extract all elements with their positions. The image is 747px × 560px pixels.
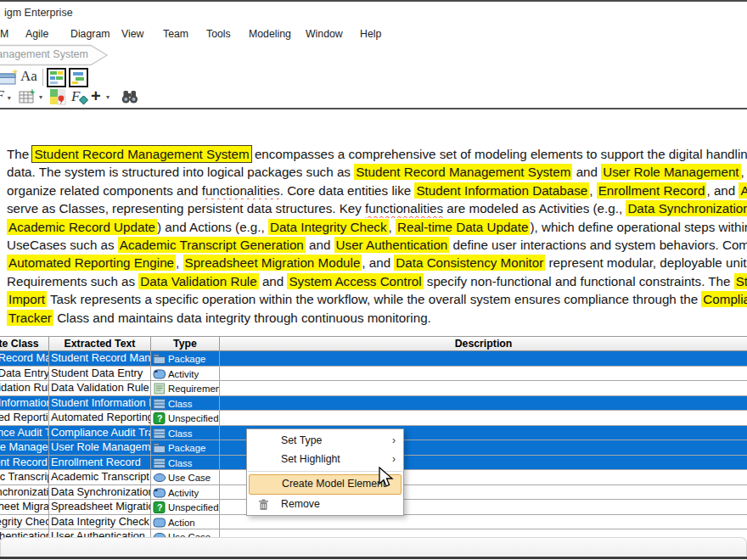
candidate-class-cell[interactable]: Student Record Management System bbox=[0, 351, 49, 366]
description-cell[interactable] bbox=[220, 515, 747, 529]
highlighted-term[interactable]: Data Integrity Check bbox=[268, 219, 389, 235]
type-cell[interactable]: Package bbox=[151, 351, 220, 366]
table-row[interactable]: Student Information DatabaseStudent Info… bbox=[0, 396, 747, 412]
menu-item-modeling[interactable]: Modeling bbox=[249, 28, 291, 40]
highlighted-term[interactable]: User Role Management bbox=[601, 164, 740, 180]
type-cell[interactable]: Activity bbox=[151, 485, 220, 500]
highlighted-term[interactable]: Data Validation Rule bbox=[138, 273, 258, 289]
column-header-type[interactable]: Type bbox=[151, 336, 220, 351]
extracted-text-cell[interactable]: Data Synchronization Process bbox=[49, 485, 151, 500]
highlighted-term[interactable]: Enrollment Record bbox=[597, 182, 707, 199]
description-cell[interactable] bbox=[220, 351, 747, 366]
plus-icon[interactable]: + ▾ bbox=[91, 87, 116, 107]
type-cell[interactable]: Class bbox=[151, 426, 220, 440]
extracted-text-cell[interactable]: Data Integrity Check bbox=[49, 515, 151, 529]
extracted-text-cell[interactable]: Automated Reporting Engine bbox=[49, 411, 151, 425]
analysis-text: The Student Record Management System enc… bbox=[7, 145, 747, 327]
highlighted-term[interactable]: Compliance Audit bbox=[701, 291, 747, 307]
type-cell[interactable]: Use Case bbox=[151, 470, 220, 484]
candidate-class-cell[interactable]: Spreadsheet Migration Module bbox=[0, 500, 49, 514]
highlighted-term[interactable]: Student Data bbox=[734, 273, 747, 289]
column-header-extracted-text[interactable]: Extracted Text bbox=[49, 336, 151, 351]
formula-icon[interactable]: F bbox=[71, 88, 92, 108]
description-cell[interactable] bbox=[220, 381, 747, 395]
highlighted-term[interactable]: Import bbox=[7, 291, 47, 307]
extracted-text-cell[interactable]: Compliance Audit Tracker bbox=[49, 426, 151, 440]
extracted-text-cell[interactable]: Spreadsheet Migration Module bbox=[49, 500, 151, 514]
highlighted-term[interactable]: Data Synchronization Process bbox=[626, 200, 747, 216]
candidate-class-cell[interactable]: Data Synchronization Process bbox=[0, 485, 49, 500]
color-legend-icon[interactable] bbox=[49, 88, 70, 108]
context-menu-item-set-highlight[interactable]: Set Highlight› bbox=[247, 450, 403, 468]
column-header-candidate-class[interactable]: Candidate Class bbox=[0, 336, 49, 351]
highlighted-term[interactable]: Student Record Management System bbox=[354, 164, 572, 180]
table-row[interactable]: Automated Reporting EngineAutomated Repo… bbox=[0, 411, 747, 426]
candidate-class-cell[interactable]: Academic Transcript Generation bbox=[0, 470, 49, 484]
candidate-class-cell[interactable]: Enrollment Record bbox=[0, 456, 49, 470]
candidate-class-cell[interactable]: User Role Management bbox=[0, 440, 49, 455]
text-line: Requirements such as Data Validation Rul… bbox=[7, 272, 747, 290]
highlighted-term-selected[interactable]: Student Record Management System bbox=[32, 146, 250, 162]
highlighted-term[interactable]: Academic Record Update bbox=[7, 219, 157, 235]
candidate-class-cell[interactable]: Student Data Entry bbox=[0, 367, 49, 381]
menu-item-agile[interactable]: Agile bbox=[25, 28, 48, 40]
highlighted-term[interactable]: User Authentication bbox=[334, 237, 450, 253]
context-menu-item-remove[interactable]: Remove bbox=[247, 495, 403, 513]
breadcrumb-tab[interactable]: Student Record Management System bbox=[0, 48, 92, 62]
extracted-text-cell[interactable]: Data Validation Rule bbox=[49, 381, 151, 395]
table-row[interactable]: Data Integrity CheckData Integrity Check… bbox=[0, 515, 747, 530]
menu-item-team[interactable]: Team bbox=[163, 28, 188, 40]
type-cell[interactable]: Class bbox=[151, 456, 220, 470]
description-cell[interactable] bbox=[220, 367, 747, 381]
candidate-class-cell[interactable]: Automated Reporting Engine bbox=[0, 411, 49, 425]
extracted-text-cell[interactable]: Student Data Entry bbox=[49, 367, 151, 381]
column-header-description[interactable]: Description bbox=[220, 336, 747, 351]
description-cell[interactable] bbox=[220, 411, 747, 425]
candidate-class-cell[interactable]: Data Validation Rule bbox=[0, 381, 49, 395]
highlighted-term[interactable]: Tracker bbox=[7, 310, 53, 326]
extracted-text-cell[interactable]: Student Information Database bbox=[49, 396, 151, 411]
menu-item-window[interactable]: Window bbox=[306, 28, 343, 40]
unspecified-icon: ? bbox=[153, 501, 166, 513]
diagram-thumbnail-2-icon[interactable] bbox=[69, 68, 89, 87]
highlighted-term[interactable]: Audit Trail bbox=[739, 182, 747, 199]
highlighted-term[interactable]: Spreadsheet Migration Module bbox=[183, 255, 362, 271]
highlighted-term[interactable]: Student Information Database bbox=[414, 182, 589, 199]
table-row[interactable]: Data Validation RuleData Validation Rule… bbox=[0, 381, 747, 396]
type-cell[interactable]: ?Unspecified bbox=[151, 411, 220, 425]
extracted-text-cell[interactable]: Enrollment Record bbox=[49, 456, 151, 470]
highlighted-term[interactable]: Real-time Data Update bbox=[396, 219, 530, 235]
menu-item-tools[interactable]: Tools bbox=[206, 28, 231, 40]
highlighted-term[interactable]: Academic Transcript Generation bbox=[118, 237, 306, 253]
menu-item-help[interactable]: Help bbox=[360, 28, 381, 40]
type-cell[interactable]: Class bbox=[151, 396, 220, 411]
table-row[interactable]: Student Record Management SystemStudent … bbox=[0, 351, 747, 367]
text-style-icon[interactable]: Aa bbox=[20, 68, 41, 87]
filter-icon[interactable]: F ▾ bbox=[0, 88, 14, 108]
type-cell[interactable]: Action bbox=[151, 515, 220, 529]
menu-item-diagram[interactable]: Diagram bbox=[70, 28, 110, 40]
extracted-text-cell[interactable]: Academic Transcript Generation bbox=[49, 470, 151, 484]
diagram-thumbnail-icon[interactable] bbox=[47, 68, 67, 87]
context-menu-item-set-type[interactable]: Set Type› bbox=[247, 431, 403, 450]
candidate-class-cell[interactable]: Data Integrity Check bbox=[0, 515, 49, 529]
grid-add-icon[interactable]: + ▾ bbox=[19, 88, 46, 108]
highlighted-term[interactable]: System Access Control bbox=[287, 273, 423, 289]
highlighted-term[interactable]: Data Consistency Monitor bbox=[394, 255, 545, 271]
menu-item-view[interactable]: View bbox=[121, 28, 143, 40]
type-cell[interactable]: Package bbox=[151, 440, 220, 455]
table-row[interactable]: Student Data EntryStudent Data EntryActi… bbox=[0, 367, 747, 382]
extracted-text-cell[interactable]: Student Record Management System bbox=[49, 351, 151, 366]
candidate-class-cell[interactable]: Student Information Database bbox=[0, 396, 49, 411]
binoculars-icon[interactable] bbox=[121, 88, 141, 108]
type-cell[interactable]: Activity bbox=[151, 367, 220, 381]
highlighted-term[interactable]: Automated Reporting Engine bbox=[7, 255, 176, 271]
window-new-icon[interactable]: ✳ bbox=[0, 68, 20, 87]
extracted-text-cell[interactable]: User Role Management bbox=[49, 440, 151, 455]
candidate-class-cell[interactable]: Compliance Audit Tracker bbox=[0, 426, 49, 440]
plain-text: organize related components and bbox=[7, 183, 202, 198]
type-cell[interactable]: Requirement bbox=[151, 381, 220, 395]
type-cell[interactable]: ?Unspecified bbox=[151, 500, 220, 514]
menu-item-m[interactable]: M bbox=[0, 28, 8, 40]
description-cell[interactable] bbox=[220, 396, 747, 411]
